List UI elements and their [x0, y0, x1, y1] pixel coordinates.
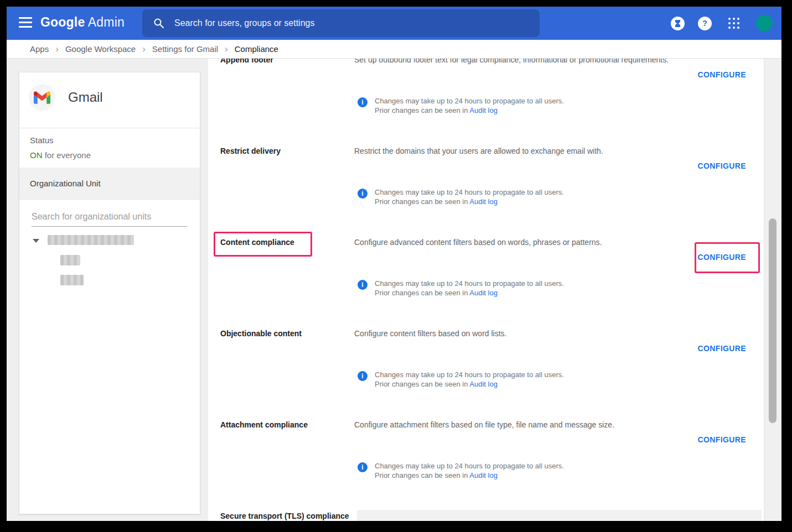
propagation-note: i Changes may take up to 24 hours to pro…	[358, 187, 564, 206]
setting-name: Secure transport (TLS) compliance	[220, 512, 349, 520]
propagation-note: i Changes may take up to 24 hours to pro…	[358, 279, 564, 298]
setting-row-secure-transport-tls: Secure transport (TLS) compliance	[208, 512, 764, 521]
setting-row-content-compliance: Content compliance Configure advanced co…	[208, 238, 764, 329]
configure-button[interactable]: CONFIGURE	[697, 70, 746, 79]
breadcrumb: Apps › Google Workspace › Settings for G…	[7, 40, 781, 59]
ou-child-item-redacted[interactable]	[60, 255, 80, 265]
ou-search-input[interactable]	[32, 210, 187, 227]
app-bar-actions: ?	[671, 7, 773, 40]
organizational-unit-header: Organizational Unit	[19, 168, 200, 200]
app-bar: Google Admin Search for users, groups or…	[7, 7, 781, 40]
propagation-note: i Changes may take up to 24 hours to pro…	[358, 96, 564, 115]
info-icon: i	[358, 189, 367, 199]
brand-admin: Admin	[85, 15, 125, 29]
gmail-logo-icon	[29, 84, 55, 111]
account-avatar[interactable]	[756, 15, 773, 32]
ou-tree-expand-caret-icon[interactable]	[33, 239, 39, 243]
google-admin-logo[interactable]: Google Admin	[40, 15, 125, 30]
info-icon: i	[358, 97, 367, 107]
audit-log-link[interactable]: Audit log	[469, 289, 498, 297]
configure-button[interactable]: CONFIGURE	[697, 344, 746, 353]
propagation-note: i Changes may take up to 24 hours to pro…	[358, 461, 564, 480]
configure-button[interactable]: CONFIGURE	[697, 161, 746, 170]
setting-row-restrict-delivery: Restrict delivery Restrict the domains t…	[208, 147, 764, 238]
setting-description: Set up outbound footer text for legal co…	[354, 59, 669, 64]
status-rest: for everyone	[43, 150, 91, 160]
tasks-hourglass-icon[interactable]	[671, 17, 685, 30]
setting-row-attachment-compliance: Attachment compliance Configure attachme…	[208, 420, 764, 512]
global-search-input[interactable]: Search for users, groups or settings	[142, 9, 540, 37]
info-icon: i	[358, 280, 367, 290]
breadcrumb-current-compliance: Compliance	[235, 44, 278, 54]
search-icon	[153, 18, 164, 29]
google-apps-grid-icon[interactable]	[728, 18, 739, 29]
setting-row-objectionable-content: Objectionable content Configure content …	[208, 329, 764, 420]
ou-child-item-redacted[interactable]	[60, 275, 84, 285]
setting-description: Configure attachment filters based on fi…	[354, 420, 614, 429]
audit-log-link[interactable]: Audit log	[469, 380, 498, 388]
sidebar: Gmail Status ON for everyone Organizatio…	[7, 59, 208, 521]
gmail-service-card: Gmail Status ON for everyone Organizatio…	[19, 72, 200, 514]
search-placeholder: Search for users, groups or settings	[174, 18, 314, 28]
audit-log-link[interactable]: Audit log	[469, 106, 498, 114]
breadcrumb-apps[interactable]: Apps	[30, 44, 49, 54]
vertical-scrollbar-thumb[interactable]	[769, 218, 777, 423]
status-label: Status	[30, 135, 54, 145]
setting-name: Content compliance	[220, 238, 294, 247]
breadcrumb-google-workspace[interactable]: Google Workspace	[65, 44, 136, 54]
status-value: ON for everyone	[30, 150, 91, 160]
setting-row-append-footer: Append footer Set up outbound footer tex…	[208, 59, 764, 147]
breadcrumb-separator: ›	[225, 44, 228, 55]
audit-log-link[interactable]: Audit log	[469, 471, 498, 479]
setting-name: Append footer	[220, 59, 273, 64]
setting-description: Configure advanced content filters based…	[354, 238, 602, 247]
setting-description: Restrict the domains that your users are…	[354, 147, 603, 155]
info-icon: i	[358, 462, 367, 472]
ou-root-item-redacted[interactable]	[48, 235, 134, 245]
setting-name: Attachment compliance	[220, 420, 308, 429]
app-title: Gmail	[68, 90, 103, 105]
hamburger-menu-icon[interactable]	[19, 17, 32, 29]
setting-description: Configure content filters based on word …	[354, 329, 506, 338]
propagation-note: i Changes may take up to 24 hours to pro…	[358, 370, 564, 389]
info-icon: i	[358, 371, 367, 381]
status-on: ON	[30, 150, 43, 160]
gmail-card-header: Gmail	[19, 72, 200, 128]
configure-button[interactable]: CONFIGURE	[697, 435, 746, 444]
setting-name: Objectionable content	[220, 329, 302, 338]
divider	[19, 128, 200, 128]
setting-name: Restrict delivery	[220, 147, 281, 155]
audit-log-link[interactable]: Audit log	[469, 197, 498, 206]
brand-google: Google	[40, 15, 85, 29]
breadcrumb-settings-for-gmail[interactable]: Settings for Gmail	[152, 44, 218, 54]
vertical-scrollbar-track[interactable]	[764, 59, 781, 521]
configure-button[interactable]: CONFIGURE	[697, 253, 746, 262]
compliance-settings-list: Append footer Set up outbound footer tex…	[208, 59, 764, 521]
help-icon[interactable]: ?	[698, 17, 712, 30]
admin-console-page: Google Admin Search for users, groups or…	[7, 7, 781, 521]
breadcrumb-separator: ›	[55, 44, 59, 55]
breadcrumb-separator: ›	[142, 44, 146, 55]
